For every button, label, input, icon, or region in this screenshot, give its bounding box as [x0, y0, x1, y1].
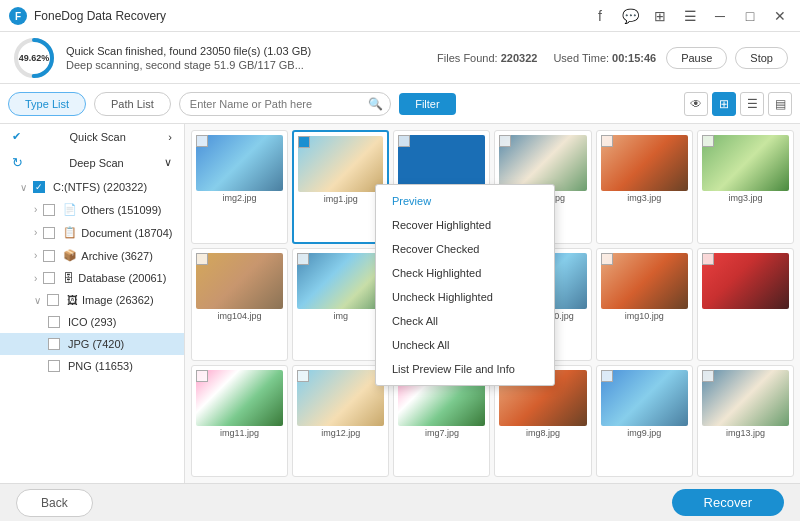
context-menu-check-all[interactable]: Check All	[376, 309, 554, 333]
database-icon: 🗄	[63, 272, 74, 284]
img-thumb-5	[601, 135, 688, 191]
png-checkbox[interactable]	[48, 360, 60, 372]
img-name-15: img7.jpg	[398, 428, 485, 438]
img-checkbox-4[interactable]	[499, 135, 511, 147]
root-chevron: ∨	[20, 182, 27, 193]
sidebar-ico[interactable]: ICO (293)	[0, 311, 184, 333]
img-cell-6[interactable]: img3.jpg	[697, 130, 794, 244]
img-thumb-6	[702, 135, 789, 191]
pause-button[interactable]: Pause	[666, 47, 727, 69]
img-thumb-12	[702, 253, 789, 309]
sidebar-root[interactable]: ∨ ✓ C:(NTFS) (220322)	[0, 176, 184, 198]
context-menu-recover-highlighted[interactable]: Recover Highlighted	[376, 213, 554, 237]
ico-checkbox[interactable]	[48, 316, 60, 328]
img-cell-5[interactable]: img3.jpg	[596, 130, 693, 244]
img-thumb-2	[298, 136, 383, 192]
grid-view-icon[interactable]: ⊞	[712, 92, 736, 116]
img-cell-18[interactable]: img13.jpg	[697, 365, 794, 477]
img-thumb-17	[601, 370, 688, 426]
recover-button[interactable]: Recover	[672, 489, 784, 516]
list-view-icon[interactable]: ☰	[740, 92, 764, 116]
img-checkbox-14[interactable]	[297, 370, 309, 382]
img-checkbox-1[interactable]	[196, 135, 208, 147]
img-checkbox-6[interactable]	[702, 135, 714, 147]
title-bar: F FoneDog Data Recovery f 💬 ⊞ ☰ ─ □ ✕	[0, 0, 800, 32]
deep-scan-row[interactable]: ↻ Deep Scan ∨	[0, 149, 184, 176]
others-icon: 📄	[63, 203, 77, 216]
img-checkbox-18[interactable]	[702, 370, 714, 382]
context-menu-list-preview[interactable]: List Preview File and Info	[376, 357, 554, 381]
chat-icon[interactable]: 💬	[618, 4, 642, 28]
img-name-5: img3.jpg	[601, 193, 688, 203]
img-cell-17[interactable]: img9.jpg	[596, 365, 693, 477]
archive-checkbox[interactable]	[43, 250, 55, 262]
close-icon[interactable]: ✕	[768, 4, 792, 28]
img-checkbox-11[interactable]	[601, 253, 613, 265]
img-checkbox-7[interactable]	[196, 253, 208, 265]
context-menu-preview[interactable]: Preview	[376, 189, 554, 213]
sidebar-jpg[interactable]: JPG (7420)	[0, 333, 184, 355]
context-menu-recover-checked[interactable]: Recover Checked	[376, 237, 554, 261]
progress-percent: 49.62%	[19, 53, 50, 63]
type-list-tab[interactable]: Type List	[8, 92, 86, 116]
sidebar-png[interactable]: PNG (11653)	[0, 355, 184, 377]
stop-button[interactable]: Stop	[735, 47, 788, 69]
img-cell-13[interactable]: img11.jpg	[191, 365, 288, 477]
document-checkbox[interactable]	[43, 227, 55, 239]
jpg-checkbox[interactable]	[48, 338, 60, 350]
img-cell-11[interactable]: img10.jpg	[596, 248, 693, 360]
img-cell-1[interactable]: img2.jpg	[191, 130, 288, 244]
img-checkbox-13[interactable]	[196, 370, 208, 382]
image-chevron: ∨	[34, 295, 41, 306]
image-label: Image (26362)	[82, 294, 154, 306]
detail-view-icon[interactable]: ▤	[768, 92, 792, 116]
context-menu-uncheck-highlighted[interactable]: Uncheck Highlighted	[376, 285, 554, 309]
img-checkbox-17[interactable]	[601, 370, 613, 382]
menu-icon[interactable]: ☰	[678, 4, 702, 28]
database-checkbox[interactable]	[43, 272, 55, 284]
image-checkbox[interactable]	[47, 294, 59, 306]
back-button[interactable]: Back	[16, 489, 93, 517]
filter-button[interactable]: Filter	[399, 93, 455, 115]
sidebar-archive[interactable]: › 📦 Archive (3627)	[0, 244, 184, 267]
img-checkbox-8[interactable]	[297, 253, 309, 265]
img-name-14: img12.jpg	[297, 428, 384, 438]
img-checkbox-5[interactable]	[601, 135, 613, 147]
img-checkbox-3[interactable]	[398, 135, 410, 147]
minimize-icon[interactable]: ─	[708, 4, 732, 28]
sidebar-document[interactable]: › 📋 Document (18704)	[0, 221, 184, 244]
grid-icon[interactable]: ⊞	[648, 4, 672, 28]
facebook-icon[interactable]: f	[588, 4, 612, 28]
maximize-icon[interactable]: □	[738, 4, 762, 28]
used-time-value: 00:15:46	[612, 52, 656, 64]
img-thumb-4	[499, 135, 586, 191]
path-list-tab[interactable]: Path List	[94, 92, 171, 116]
img-cell-7[interactable]: img104.jpg	[191, 248, 288, 360]
img-checkbox-12[interactable]	[702, 253, 714, 265]
context-menu-check-highlighted[interactable]: Check Highlighted	[376, 261, 554, 285]
preview-icon[interactable]: 👁	[684, 92, 708, 116]
files-found-label: Files Found: 220322	[437, 52, 537, 64]
context-menu-uncheck-all[interactable]: Uncheck All	[376, 333, 554, 357]
img-checkbox-2[interactable]	[298, 136, 310, 148]
img-name-16: img8.jpg	[499, 428, 586, 438]
img-name-7: img104.jpg	[196, 311, 283, 321]
jpg-label: JPG (7420)	[68, 338, 124, 350]
deep-scan-chevron: ∨	[164, 156, 172, 169]
sidebar-image[interactable]: ∨ 🖼 Image (26362)	[0, 289, 184, 311]
others-checkbox[interactable]	[43, 204, 55, 216]
search-input[interactable]	[179, 92, 391, 116]
sidebar-others[interactable]: › 📄 Others (151099)	[0, 198, 184, 221]
view-icons: 👁 ⊞ ☰ ▤	[684, 92, 792, 116]
database-label: Database (20061)	[78, 272, 166, 284]
img-name-11: img10.jpg	[601, 311, 688, 321]
img-thumb-1	[196, 135, 283, 191]
progress-stats: Files Found: 220322 Used Time: 00:15:46	[437, 52, 656, 64]
image-icon: 🖼	[67, 294, 78, 306]
sidebar-database[interactable]: › 🗄 Database (20061)	[0, 267, 184, 289]
img-name-8: img	[297, 311, 384, 321]
png-label: PNG (11653)	[68, 360, 133, 372]
img-cell-12[interactable]	[697, 248, 794, 360]
root-checkbox[interactable]: ✓	[33, 181, 45, 193]
quick-scan-row[interactable]: ✔ Quick Scan ›	[0, 124, 184, 149]
